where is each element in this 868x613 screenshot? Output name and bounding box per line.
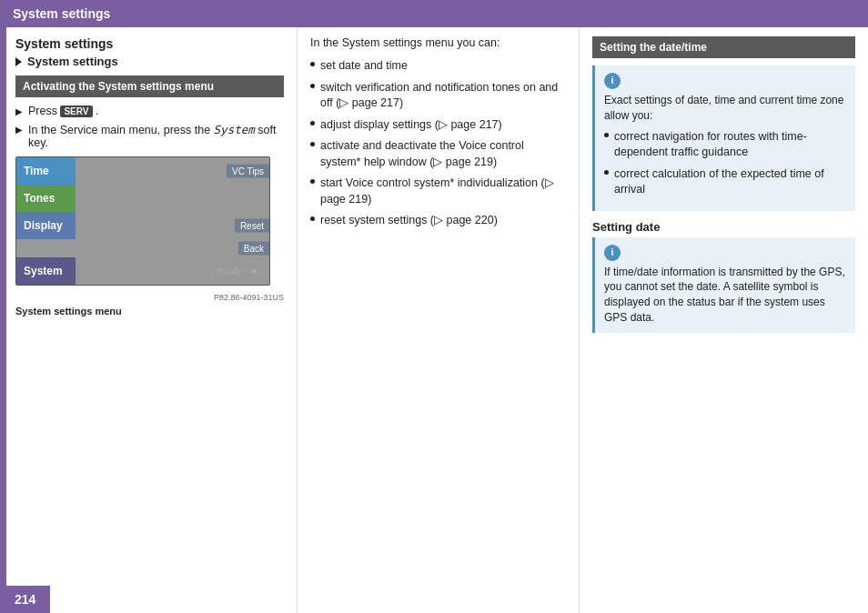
list-item: start Voice control system* individualiz… (310, 176, 566, 207)
step1-prefix: Press (28, 105, 57, 117)
bullet-dot (310, 179, 315, 184)
setting-date-title: Setting date (592, 220, 855, 234)
step2-code: System (214, 123, 255, 136)
menu-row-back: Back (16, 239, 269, 257)
menu-row-time: Time VC Tips (16, 157, 269, 185)
right-column: Setting the date/time i Exact settings o… (580, 27, 868, 613)
activation-box-header: Activating the System settings menu (15, 75, 284, 97)
menu-label-display: Display (16, 212, 76, 239)
info1-list: correct navigation for routes with time-… (604, 129, 846, 198)
list-item: set date and time (310, 58, 566, 75)
menu-bg-back (16, 239, 269, 257)
info-box-2: i If time/date information is transmitte… (592, 237, 855, 333)
step-2: ▶ In the Service main menu, press the Sy… (15, 123, 284, 149)
image-code: P82.86-4091-31US (15, 293, 284, 302)
info-box-1: i Exact settings of date, time and curre… (592, 65, 855, 211)
section-title-2: System settings (15, 55, 284, 68)
arrow-icon-1: ▶ (15, 106, 23, 116)
menu-label-system: System (16, 257, 76, 285)
info1-text: Exact settings of date, time and current… (604, 93, 846, 124)
list-item: correct navigation for routes with time-… (604, 129, 846, 161)
intro-text: In the System settings menu you can: (310, 36, 566, 49)
btn-vctips: VC Tips (227, 165, 269, 178)
list-item: activate and deactivate the Voice contro… (310, 138, 566, 170)
list-item: reset system settings (▷ page 220) (310, 213, 566, 229)
right-box-header: Setting the date/time (592, 36, 855, 58)
menu-row-display: Display Reset (16, 212, 269, 239)
info2-text: If time/date information is transmitted … (604, 265, 846, 326)
middle-column: In the System settings menu you can: set… (298, 27, 580, 613)
triangle-icon (15, 57, 22, 66)
arrow-icon-2: ▶ (15, 125, 23, 135)
info-icon-2: i (604, 245, 621, 261)
header-title: System settings (13, 6, 110, 21)
bullet-dot (604, 170, 609, 175)
list-item: switch verification and notification ton… (310, 80, 566, 112)
menu-label-tones: Tones (16, 185, 76, 212)
step2-text: In the Service main menu, press the (28, 124, 210, 136)
bullet-dot (310, 62, 315, 66)
btn-reset: Reset (235, 219, 269, 233)
page-header: System settings (0, 0, 868, 27)
page-number: 214 (0, 586, 50, 613)
step1-suffix: . (96, 105, 98, 117)
system-menu-image: Time VC Tips Tones Display Reset Back (15, 156, 270, 286)
info-icon-1: i (604, 73, 621, 89)
feature-list: set date and time switch verification an… (310, 58, 566, 229)
bullet-dot (310, 142, 315, 146)
status-ready: Ready (217, 266, 241, 276)
image-caption: System settings menu (15, 306, 284, 317)
bullet-dot (604, 133, 609, 137)
menu-row-tones: Tones (16, 185, 269, 212)
left-column: System settings System settings Activati… (6, 27, 298, 613)
step-1: ▶ Press SERV . (15, 105, 284, 117)
menu-bg-tones (76, 185, 269, 212)
list-item: correct calculation of the expected time… (604, 166, 846, 198)
status-icons: ─ ■ □ (244, 266, 264, 276)
menu-label-time: Time (16, 157, 76, 185)
btn-back: Back (238, 242, 269, 256)
list-item: adjust display settings (▷ page 217) (310, 117, 566, 134)
serv-badge: SERV (60, 106, 92, 117)
menu-row-system: System Ready ─ ■ □ (16, 257, 269, 285)
bullet-dot (310, 121, 315, 126)
left-sidebar (0, 27, 6, 613)
bullet-dot (310, 216, 315, 221)
section-title-1: System settings (15, 36, 284, 51)
bullet-dot (310, 84, 315, 88)
